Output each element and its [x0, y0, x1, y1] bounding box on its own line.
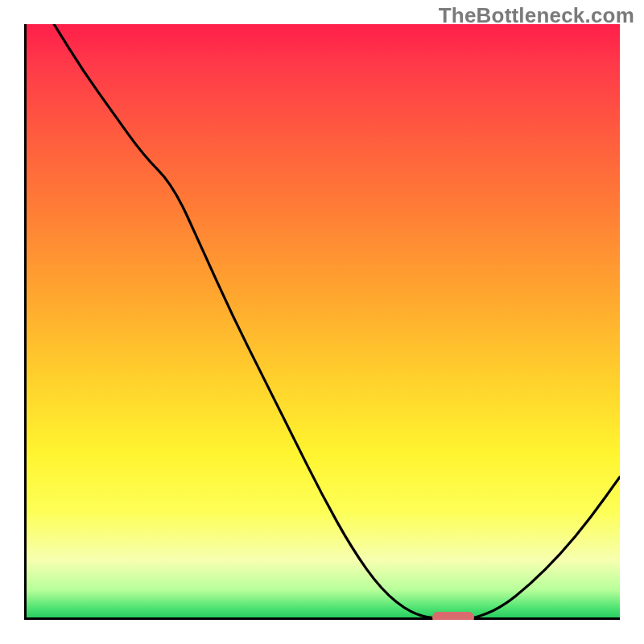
watermark-text: TheBottleneck.com [439, 3, 634, 28]
bottleneck-chart: TheBottleneck.com [0, 0, 644, 644]
optimal-marker [432, 612, 474, 620]
bottleneck-curve-path [54, 24, 620, 620]
curve-svg [24, 24, 620, 620]
plot-area [24, 24, 620, 620]
